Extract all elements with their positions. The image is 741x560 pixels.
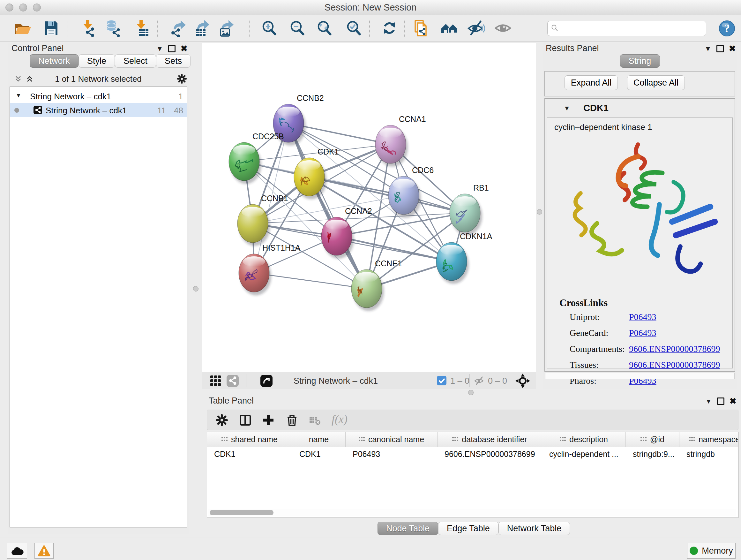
float-panel-icon[interactable] <box>717 397 724 405</box>
hide-graphics-eye-slash-icon[interactable] <box>467 19 485 37</box>
column-header-description[interactable]: description <box>542 432 626 447</box>
node-CCNA1[interactable] <box>375 125 408 167</box>
tab-edge-table[interactable]: Edge Table <box>438 522 498 535</box>
open-in-browser-icon[interactable] <box>260 374 273 388</box>
cell-database-identifier[interactable]: 9606.ENSP00000378699 <box>437 447 542 461</box>
zoom-in-icon[interactable] <box>260 19 278 37</box>
shared-column-icon <box>641 437 647 442</box>
zoom-fit-icon[interactable] <box>315 19 333 37</box>
cell-shared-name[interactable]: CDK1 <box>207 447 292 461</box>
node-CDK1[interactable] <box>294 158 327 199</box>
refresh-arrows-icon[interactable] <box>381 19 398 37</box>
gear-icon[interactable] <box>177 74 187 84</box>
memory-button[interactable]: Memory <box>687 543 736 559</box>
node-CCNE1[interactable] <box>351 269 384 311</box>
open-file-icon[interactable] <box>14 19 31 37</box>
edge-CCNA2-CDKN1A[interactable] <box>337 236 452 261</box>
export-image-icon[interactable] <box>218 19 235 37</box>
close-panel-icon[interactable]: ✖ <box>730 397 737 405</box>
collapse-triangle-icon[interactable]: ▼ <box>16 92 21 98</box>
tab-string[interactable]: String <box>620 54 660 68</box>
panel-menu-icon[interactable]: ▼ <box>156 45 163 52</box>
results-scrollbar[interactable] <box>545 373 735 379</box>
cell-name[interactable]: CDK1 <box>292 447 346 461</box>
cell-@id[interactable]: stringdb:9... <box>626 447 679 461</box>
save-session-icon[interactable] <box>43 19 60 37</box>
column-header-namespace[interactable]: namespace <box>679 432 738 447</box>
show-graphics-eye-icon[interactable] <box>494 19 512 37</box>
table-row[interactable]: CDK1CDK1P064939606.ENSP00000378699cyclin… <box>207 447 738 461</box>
cell-canonical-name[interactable]: P06493 <box>346 447 437 461</box>
expand-all-button[interactable]: Expand All <box>564 75 618 90</box>
node-HIST1H1A[interactable] <box>239 254 271 295</box>
crosslink-link[interactable]: 9606.ENSP00000378699 <box>629 344 720 354</box>
minimize-window-button[interactable] <box>19 3 27 11</box>
import-table-file-icon[interactable] <box>132 19 150 37</box>
float-panel-icon[interactable] <box>717 45 724 52</box>
zoom-window-button[interactable] <box>33 3 41 11</box>
column-header-shared-name[interactable]: shared name <box>207 432 292 447</box>
crosslink-link[interactable]: P06493 <box>629 328 657 338</box>
table-horizontal-scrollbar[interactable] <box>208 509 736 516</box>
panel-menu-icon[interactable]: ▼ <box>704 45 711 52</box>
close-panel-icon[interactable]: ✖ <box>181 44 188 53</box>
tab-select[interactable]: Select <box>115 54 156 68</box>
crosslink-link[interactable]: P06493 <box>629 312 657 322</box>
tab-network-table[interactable]: Network Table <box>498 522 570 535</box>
import-network-file-icon[interactable] <box>79 19 97 37</box>
search-input[interactable] <box>561 22 703 35</box>
import-network-database-icon[interactable] <box>104 19 122 37</box>
crosslink-link[interactable]: 9606.ENSP00000378699 <box>629 360 720 370</box>
export-table-icon[interactable] <box>193 19 211 37</box>
edge-CDK1-RB1[interactable] <box>309 177 465 213</box>
close-window-button[interactable] <box>5 3 13 11</box>
panel-menu-icon[interactable]: ▼ <box>705 398 712 405</box>
node-CCNB1[interactable] <box>238 204 270 246</box>
duplicate-network-icon[interactable] <box>412 19 430 37</box>
node-RB1[interactable] <box>450 194 482 235</box>
zoom-out-icon[interactable] <box>288 19 306 37</box>
collapse-triangle-icon[interactable]: ▼ <box>563 105 570 111</box>
network-graph[interactable]: CCNB2CCNA1CDC25BCDK1CDC6RB1CCNB1CCNA2CDK… <box>202 43 536 372</box>
delete-table-icon[interactable] <box>309 414 321 427</box>
close-panel-icon[interactable]: ✖ <box>729 44 736 53</box>
tab-style[interactable]: Style <box>78 54 115 68</box>
node-CDC6[interactable] <box>388 176 421 218</box>
scrollbar-thumb[interactable] <box>210 510 273 515</box>
gene-section-header[interactable]: ▼ CDK1 <box>545 99 735 118</box>
export-network-icon[interactable] <box>170 19 188 37</box>
column-header-database-identifier[interactable]: database identifier <box>437 432 542 447</box>
cell-namespace[interactable]: stringdb <box>679 447 738 461</box>
add-column-plus-icon[interactable] <box>262 414 275 427</box>
bottom-splitter-handle[interactable] <box>468 390 474 395</box>
warning-icon[interactable] <box>35 543 54 559</box>
network-collection-row[interactable]: ▼ String Network – cdk1 1 <box>10 89 187 103</box>
tab-node-table[interactable]: Node Table <box>378 522 438 535</box>
float-panel-icon[interactable] <box>168 45 176 52</box>
column-header-canonical-name[interactable]: canonical name <box>346 432 437 447</box>
selected-checkbox-icon[interactable] <box>437 376 447 385</box>
left-splitter-handle[interactable] <box>193 286 199 292</box>
delete-column-trash-icon[interactable] <box>286 414 298 427</box>
node-CDC25B[interactable] <box>229 142 261 184</box>
right-splitter-handle[interactable] <box>537 209 542 214</box>
tab-network[interactable]: Network <box>30 54 78 68</box>
columns-icon[interactable] <box>239 414 252 427</box>
cell-description[interactable]: cyclin-dependent ... <box>542 447 626 461</box>
network-row-selected[interactable]: String Network – cdk1 11 48 <box>10 103 187 117</box>
node-CCNA2[interactable] <box>321 217 354 259</box>
network-canvas[interactable]: CCNB2CCNA1CDC25BCDK1CDC6RB1CCNB1CCNA2CDK… <box>202 43 536 372</box>
grid-view-icon[interactable] <box>210 375 222 388</box>
network-share-icon[interactable] <box>226 374 239 388</box>
node-CDKN1A[interactable] <box>436 242 469 284</box>
column-header-@id[interactable]: @id <box>626 432 679 447</box>
crosshair-navigate-icon[interactable] <box>515 374 530 389</box>
two-houses-icon[interactable] <box>441 19 458 37</box>
column-header-name[interactable]: name <box>292 432 346 447</box>
collapse-all-button[interactable]: Collapse All <box>627 75 685 90</box>
cloud-icon[interactable] <box>7 543 27 559</box>
zoom-selected-icon[interactable] <box>345 19 362 37</box>
tab-sets[interactable]: Sets <box>156 54 191 68</box>
gear-icon[interactable] <box>215 414 228 427</box>
help-icon[interactable]: ? <box>719 20 735 37</box>
